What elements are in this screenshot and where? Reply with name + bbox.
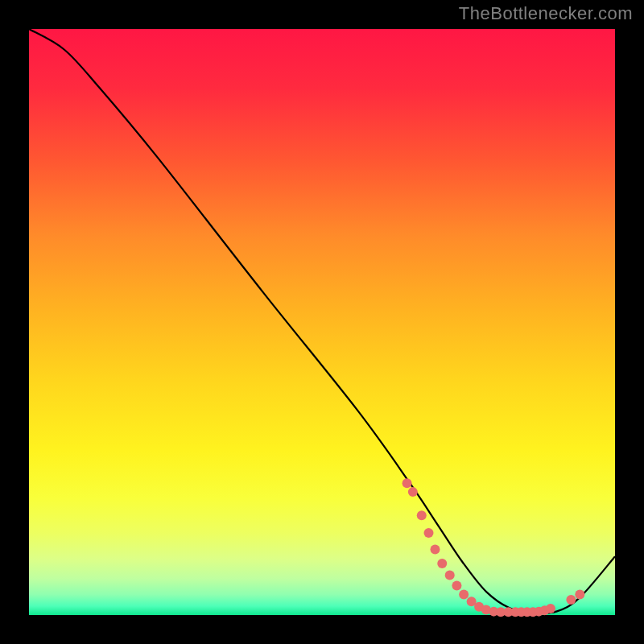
data-point xyxy=(431,544,440,554)
data-point xyxy=(417,510,427,520)
data-point xyxy=(575,590,584,600)
data-point xyxy=(437,559,447,568)
bottleneck-chart xyxy=(0,0,644,644)
data-point xyxy=(423,528,433,538)
data-point xyxy=(445,570,455,580)
attribution-label: TheBottlenecker.com xyxy=(459,3,633,24)
data-point xyxy=(459,590,469,600)
plot-background xyxy=(29,29,615,615)
data-point xyxy=(408,487,418,497)
data-point xyxy=(566,595,576,605)
data-point xyxy=(402,478,412,488)
data-point xyxy=(546,604,555,613)
chart-frame: { "attribution": "TheBottlenecker.com", … xyxy=(0,0,644,644)
data-point xyxy=(452,581,461,591)
